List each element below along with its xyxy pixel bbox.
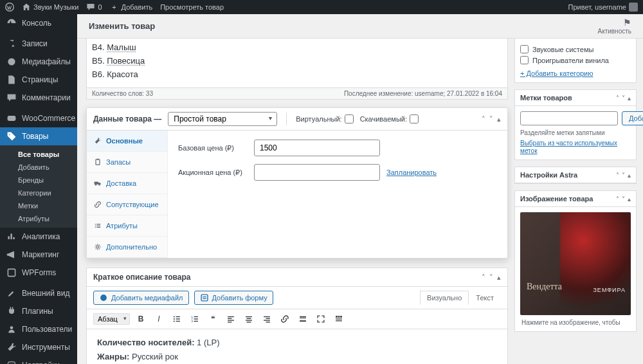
menu-pages[interactable]: Страницы — [0, 71, 77, 89]
menu-products[interactable]: Товары — [0, 127, 77, 145]
svg-rect-16 — [176, 321, 180, 322]
form-icon — [200, 293, 209, 302]
svg-rect-34 — [266, 322, 270, 323]
choose-tags-link[interactable]: Выбрать из часто используемых меток — [520, 140, 617, 154]
chevron-up-icon[interactable]: ˄ — [616, 172, 619, 179]
insert-link-button[interactable] — [278, 312, 292, 326]
tab-advanced[interactable]: Дополнительно — [87, 237, 167, 258]
virtual-checkbox-wrap[interactable]: Виртуальный: — [296, 114, 353, 123]
downloadable-checkbox[interactable] — [410, 114, 419, 123]
tag-input[interactable] — [520, 111, 618, 125]
menu-analytics[interactable]: Аналитика — [0, 228, 77, 246]
menu-marketing[interactable]: Маркетинг — [0, 246, 77, 264]
caret-up-icon[interactable]: ▴ — [497, 115, 501, 123]
blockquote-button[interactable]: ❝ — [206, 312, 220, 326]
regular-price-input[interactable] — [254, 140, 380, 156]
paragraph-format-select[interactable]: Абзац — [93, 313, 130, 325]
category-row[interactable]: Звуковые системы — [520, 44, 631, 55]
submenu-add-product[interactable]: Добавить — [0, 161, 77, 174]
submenu-categories[interactable]: Категории — [0, 187, 77, 199]
editor-status-bar: Количество слов: 33 Последнее изменение:… — [86, 88, 508, 100]
add-media-button[interactable]: Добавить медиафайл — [93, 291, 189, 305]
menu-plugins[interactable]: Плагины — [0, 302, 77, 320]
bullet-list-button[interactable] — [170, 312, 184, 326]
activity-panel-toggle[interactable]: ⚑ Активность — [597, 17, 631, 35]
downloadable-checkbox-wrap[interactable]: Скачиваемый: — [360, 114, 419, 123]
chevron-down-icon[interactable]: ˅ — [622, 172, 625, 179]
submenu-brands[interactable]: Бренды — [0, 174, 77, 187]
wp-logo[interactable] — [5, 3, 14, 12]
caret-up-icon[interactable]: ▴ — [628, 172, 631, 179]
menu-woocommerce[interactable]: WooCommerce — [0, 109, 77, 127]
submenu-all-products[interactable]: Все товары — [0, 148, 77, 161]
tab-general[interactable]: Основные — [87, 131, 167, 152]
user-greeting[interactable]: Привет, username — [568, 3, 638, 12]
appearance-icon — [6, 288, 17, 298]
insert-more-button[interactable] — [296, 312, 310, 326]
category-checkbox[interactable] — [520, 56, 529, 64]
align-right-button[interactable] — [260, 312, 274, 326]
add-tag-button[interactable]: Добавить — [622, 111, 643, 125]
product-image-thumbnail[interactable]: Вендетта ЗЕМФИРА — [520, 212, 631, 315]
svg-rect-29 — [246, 320, 252, 321]
tab-attributes[interactable]: Атрибуты — [87, 215, 167, 237]
svg-point-13 — [174, 318, 175, 320]
content-editor[interactable]: B4. Малыш B5. Повесица B6. Красота — [86, 39, 508, 88]
chevron-down-icon[interactable]: ˅ — [622, 196, 625, 203]
tab-linked[interactable]: Сопутствующие — [87, 194, 167, 215]
pin-icon — [6, 39, 17, 49]
svg-point-7 — [95, 185, 96, 186]
view-product-link[interactable]: Просмотреть товар — [160, 3, 224, 11]
bold-button[interactable]: B — [134, 312, 148, 326]
chevron-up-icon[interactable]: ˄ — [482, 273, 485, 282]
chevron-up-icon[interactable]: ˄ — [482, 115, 485, 123]
align-left-button[interactable] — [224, 312, 238, 326]
menu-dashboard[interactable]: Консоль — [0, 14, 77, 32]
category-row[interactable]: Проигрыватели винила — [520, 55, 631, 66]
caret-up-icon[interactable]: ▴ — [628, 196, 631, 203]
category-checkbox[interactable] — [520, 45, 529, 53]
short-desc-editor[interactable]: Количество носителей: 1 (LP) Жанры: Русс… — [87, 329, 507, 364]
add-form-button[interactable]: Добавить форму — [194, 291, 273, 305]
tab-text[interactable]: Текст — [469, 291, 501, 305]
chevron-up-icon[interactable]: ˄ — [616, 196, 619, 203]
menu-tools[interactable]: Инструменты — [0, 338, 77, 356]
menu-appearance[interactable]: Внешний вид — [0, 284, 77, 302]
chevron-down-icon[interactable]: ˅ — [489, 115, 493, 123]
tab-visual[interactable]: Визуально — [420, 291, 469, 305]
add-new-link[interactable]: +Добавить — [110, 3, 153, 12]
submenu-attributes[interactable]: Атрибуты — [0, 212, 77, 225]
sale-price-input[interactable] — [254, 164, 380, 181]
tab-inventory[interactable]: Запасы — [87, 152, 167, 173]
svg-rect-22 — [194, 321, 198, 322]
site-name-link[interactable]: Звуки Музыки — [22, 3, 78, 12]
menu-wpforms[interactable]: WPForms — [0, 264, 77, 282]
tab-shipping[interactable]: Доставка — [87, 173, 167, 194]
wrench-icon — [93, 136, 102, 145]
chevron-up-icon[interactable]: ˄ — [616, 95, 619, 102]
menu-posts[interactable]: Записи — [0, 35, 77, 53]
caret-up-icon[interactable]: ▴ — [628, 95, 631, 102]
menu-settings[interactable]: Настройки — [0, 356, 77, 364]
title-bar: Изменить товар ⚑ Активность — [77, 14, 643, 39]
svg-rect-24 — [228, 318, 231, 319]
menu-users[interactable]: Пользователи — [0, 320, 77, 338]
submenu-tags[interactable]: Метки — [0, 199, 77, 212]
fullscreen-button[interactable] — [314, 312, 328, 326]
italic-button[interactable]: I — [152, 312, 166, 326]
truck-icon — [93, 179, 102, 188]
toolbar-toggle-button[interactable] — [332, 312, 346, 326]
menu-comments[interactable]: Комментарии — [0, 89, 77, 107]
product-type-select[interactable]: Простой товар — [168, 112, 277, 126]
chevron-down-icon[interactable]: ˅ — [622, 95, 625, 102]
add-category-link[interactable]: + Добавить категорию — [520, 69, 593, 77]
align-center-button[interactable] — [242, 312, 256, 326]
menu-media[interactable]: Медиафайлы — [0, 53, 77, 71]
numbered-list-button[interactable]: 123 — [188, 312, 202, 326]
svg-point-15 — [174, 321, 175, 322]
chevron-down-icon[interactable]: ˅ — [489, 273, 493, 282]
virtual-checkbox[interactable] — [345, 114, 354, 123]
caret-up-icon[interactable]: ▴ — [497, 273, 501, 282]
comments-link[interactable]: 0 — [86, 3, 102, 12]
schedule-link[interactable]: Запланировать — [386, 168, 437, 176]
